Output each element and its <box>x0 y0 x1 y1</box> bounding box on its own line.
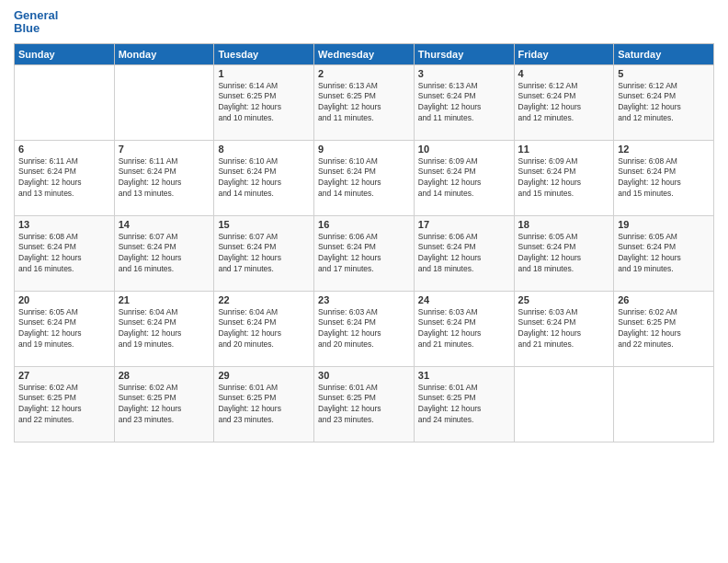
day-cell: 6Sunrise: 6:11 AM Sunset: 6:24 PM Daylig… <box>15 140 115 215</box>
day-number: 11 <box>518 144 610 155</box>
day-cell: 31Sunrise: 6:01 AM Sunset: 6:25 PM Dayli… <box>414 366 514 442</box>
day-cell: 7Sunrise: 6:11 AM Sunset: 6:24 PM Daylig… <box>114 140 214 215</box>
day-cell: 30Sunrise: 6:01 AM Sunset: 6:25 PM Dayli… <box>314 366 415 442</box>
day-cell: 5Sunrise: 6:12 AM Sunset: 6:24 PM Daylig… <box>614 64 714 140</box>
day-cell <box>15 64 115 140</box>
day-info: Sunrise: 6:05 AM Sunset: 6:24 PM Dayligh… <box>618 232 710 276</box>
day-info: Sunrise: 6:06 AM Sunset: 6:24 PM Dayligh… <box>318 232 410 276</box>
day-info: Sunrise: 6:07 AM Sunset: 6:24 PM Dayligh… <box>218 232 310 276</box>
day-cell <box>114 64 214 140</box>
day-cell: 28Sunrise: 6:02 AM Sunset: 6:25 PM Dayli… <box>114 366 214 442</box>
day-info: Sunrise: 6:14 AM Sunset: 6:25 PM Dayligh… <box>218 81 310 125</box>
day-cell: 21Sunrise: 6:04 AM Sunset: 6:24 PM Dayli… <box>114 291 214 366</box>
day-number: 16 <box>318 219 410 230</box>
day-info: Sunrise: 6:09 AM Sunset: 6:24 PM Dayligh… <box>418 156 510 201</box>
day-cell: 25Sunrise: 6:03 AM Sunset: 6:24 PM Dayli… <box>514 291 614 366</box>
day-info: Sunrise: 6:10 AM Sunset: 6:24 PM Dayligh… <box>218 156 310 201</box>
day-info: Sunrise: 6:11 AM Sunset: 6:24 PM Dayligh… <box>119 156 210 201</box>
week-row-5: 27Sunrise: 6:02 AM Sunset: 6:25 PM Dayli… <box>15 366 714 442</box>
day-number: 17 <box>418 219 510 230</box>
day-number: 26 <box>618 294 710 305</box>
day-number: 28 <box>119 370 210 381</box>
day-info: Sunrise: 6:12 AM Sunset: 6:24 PM Dayligh… <box>518 81 610 125</box>
header-row: SundayMondayTuesdayWednesdayThursdayFrid… <box>15 43 714 64</box>
header: General Blue General Blue <box>14 9 714 36</box>
col-header-monday: Monday <box>114 43 214 64</box>
day-number: 22 <box>218 294 310 305</box>
day-number: 27 <box>18 370 110 381</box>
day-cell: 22Sunrise: 6:04 AM Sunset: 6:24 PM Dayli… <box>214 291 314 366</box>
day-info: Sunrise: 6:02 AM Sunset: 6:25 PM Dayligh… <box>618 307 710 351</box>
day-info: Sunrise: 6:03 AM Sunset: 6:24 PM Dayligh… <box>518 307 610 351</box>
day-cell: 14Sunrise: 6:07 AM Sunset: 6:24 PM Dayli… <box>114 215 214 291</box>
week-row-1: 1Sunrise: 6:14 AM Sunset: 6:25 PM Daylig… <box>15 64 714 140</box>
day-number: 30 <box>318 370 410 381</box>
calendar-table: SundayMondayTuesdayWednesdayThursdayFrid… <box>14 43 714 442</box>
day-info: Sunrise: 6:10 AM Sunset: 6:24 PM Dayligh… <box>318 156 410 201</box>
day-info: Sunrise: 6:02 AM Sunset: 6:25 PM Dayligh… <box>18 383 110 427</box>
day-number: 24 <box>418 294 510 305</box>
day-info: Sunrise: 6:13 AM Sunset: 6:25 PM Dayligh… <box>318 81 410 125</box>
day-info: Sunrise: 6:05 AM Sunset: 6:24 PM Dayligh… <box>518 232 610 276</box>
day-info: Sunrise: 6:05 AM Sunset: 6:24 PM Dayligh… <box>18 307 110 351</box>
col-header-saturday: Saturday <box>614 43 714 64</box>
day-cell: 9Sunrise: 6:10 AM Sunset: 6:24 PM Daylig… <box>314 140 415 215</box>
day-cell: 27Sunrise: 6:02 AM Sunset: 6:25 PM Dayli… <box>15 366 115 442</box>
day-cell: 8Sunrise: 6:10 AM Sunset: 6:24 PM Daylig… <box>214 140 314 215</box>
week-row-4: 20Sunrise: 6:05 AM Sunset: 6:24 PM Dayli… <box>15 291 714 366</box>
col-header-friday: Friday <box>514 43 614 64</box>
day-info: Sunrise: 6:08 AM Sunset: 6:24 PM Dayligh… <box>618 156 710 201</box>
day-cell: 16Sunrise: 6:06 AM Sunset: 6:24 PM Dayli… <box>314 215 415 291</box>
day-number: 1 <box>218 68 310 79</box>
day-cell: 1Sunrise: 6:14 AM Sunset: 6:25 PM Daylig… <box>214 64 314 140</box>
day-number: 21 <box>119 294 210 305</box>
day-number: 8 <box>218 144 310 155</box>
day-cell: 29Sunrise: 6:01 AM Sunset: 6:25 PM Dayli… <box>214 366 314 442</box>
day-number: 2 <box>318 68 410 79</box>
col-header-tuesday: Tuesday <box>214 43 314 64</box>
col-header-thursday: Thursday <box>414 43 514 64</box>
day-number: 13 <box>18 219 110 230</box>
day-cell: 19Sunrise: 6:05 AM Sunset: 6:24 PM Dayli… <box>614 215 714 291</box>
day-info: Sunrise: 6:08 AM Sunset: 6:24 PM Dayligh… <box>18 232 110 276</box>
day-info: Sunrise: 6:11 AM Sunset: 6:24 PM Dayligh… <box>18 156 110 201</box>
day-number: 4 <box>518 68 610 79</box>
day-number: 5 <box>618 68 710 79</box>
day-number: 15 <box>218 219 310 230</box>
day-number: 19 <box>618 219 710 230</box>
day-cell: 23Sunrise: 6:03 AM Sunset: 6:24 PM Dayli… <box>314 291 415 366</box>
day-number: 29 <box>218 370 310 381</box>
day-cell <box>514 366 614 442</box>
day-cell: 26Sunrise: 6:02 AM Sunset: 6:25 PM Dayli… <box>614 291 714 366</box>
day-cell: 20Sunrise: 6:05 AM Sunset: 6:24 PM Dayli… <box>15 291 115 366</box>
day-cell <box>614 366 714 442</box>
day-cell: 4Sunrise: 6:12 AM Sunset: 6:24 PM Daylig… <box>514 64 614 140</box>
day-cell: 18Sunrise: 6:05 AM Sunset: 6:24 PM Dayli… <box>514 215 614 291</box>
day-info: Sunrise: 6:04 AM Sunset: 6:24 PM Dayligh… <box>218 307 310 351</box>
day-info: Sunrise: 6:07 AM Sunset: 6:24 PM Dayligh… <box>119 232 210 276</box>
day-info: Sunrise: 6:01 AM Sunset: 6:25 PM Dayligh… <box>218 383 310 427</box>
day-number: 18 <box>518 219 610 230</box>
day-number: 9 <box>318 144 410 155</box>
day-number: 10 <box>418 144 510 155</box>
day-number: 12 <box>618 144 710 155</box>
day-cell: 13Sunrise: 6:08 AM Sunset: 6:24 PM Dayli… <box>15 215 115 291</box>
page: General Blue General Blue SundayMondayTu… <box>0 0 728 563</box>
logo-line2: Blue <box>14 22 58 35</box>
day-cell: 2Sunrise: 6:13 AM Sunset: 6:25 PM Daylig… <box>314 64 415 140</box>
col-header-sunday: Sunday <box>15 43 115 64</box>
day-number: 25 <box>518 294 610 305</box>
day-info: Sunrise: 6:13 AM Sunset: 6:24 PM Dayligh… <box>418 81 510 125</box>
day-number: 6 <box>18 144 110 155</box>
day-info: Sunrise: 6:01 AM Sunset: 6:25 PM Dayligh… <box>418 383 510 427</box>
day-info: Sunrise: 6:02 AM Sunset: 6:25 PM Dayligh… <box>119 383 210 427</box>
day-number: 3 <box>418 68 510 79</box>
logo-line1: General <box>14 9 58 22</box>
day-info: Sunrise: 6:03 AM Sunset: 6:24 PM Dayligh… <box>418 307 510 351</box>
day-info: Sunrise: 6:09 AM Sunset: 6:24 PM Dayligh… <box>518 156 610 201</box>
day-cell: 17Sunrise: 6:06 AM Sunset: 6:24 PM Dayli… <box>414 215 514 291</box>
day-cell: 15Sunrise: 6:07 AM Sunset: 6:24 PM Dayli… <box>214 215 314 291</box>
day-cell: 11Sunrise: 6:09 AM Sunset: 6:24 PM Dayli… <box>514 140 614 215</box>
week-row-3: 13Sunrise: 6:08 AM Sunset: 6:24 PM Dayli… <box>15 215 714 291</box>
day-cell: 10Sunrise: 6:09 AM Sunset: 6:24 PM Dayli… <box>414 140 514 215</box>
